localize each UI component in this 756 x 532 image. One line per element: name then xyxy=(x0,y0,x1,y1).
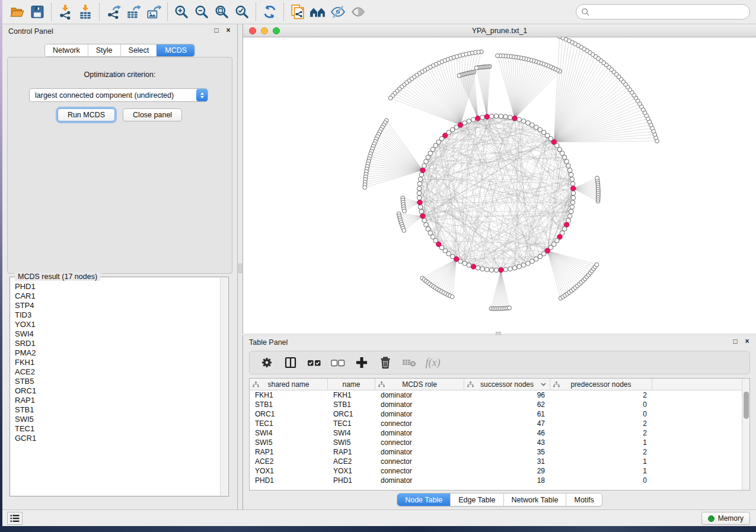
close-panel-icon[interactable]: × xyxy=(743,337,751,345)
table-cell: dominator xyxy=(375,476,464,485)
mcds-result-item[interactable]: SRD1 xyxy=(15,339,220,348)
add-column-icon[interactable] xyxy=(353,354,371,371)
control-panel-tabstrip: NetworkStyleSelectMCDS xyxy=(44,44,195,57)
memory-button[interactable]: Memory xyxy=(701,512,750,525)
tab-select[interactable]: Select xyxy=(120,44,157,56)
export-network-icon[interactable] xyxy=(103,2,123,22)
table-cell: 46 xyxy=(464,428,550,438)
tab-edge-table[interactable]: Edge Table xyxy=(450,493,503,506)
save-session-icon[interactable] xyxy=(27,2,47,22)
select-all-icon[interactable] xyxy=(305,354,323,371)
mcds-result-item[interactable]: PMA2 xyxy=(15,348,220,358)
mcds-result-scrollbar[interactable] xyxy=(220,278,228,495)
table-row[interactable]: PHD1PHD1dominator180 xyxy=(250,476,742,485)
main-toolbar xyxy=(2,0,756,24)
new-network-from-selection-icon[interactable] xyxy=(288,2,308,22)
export-image-icon[interactable] xyxy=(143,2,164,22)
table-cell: 43 xyxy=(464,438,550,447)
column-header-successor-nodes[interactable]: successor nodes xyxy=(464,379,550,390)
table-cell: 47 xyxy=(464,419,550,428)
zoom-selected-icon[interactable] xyxy=(232,2,252,22)
tab-mcds[interactable]: MCDS xyxy=(157,44,194,56)
network-window-title: YPA_prune.txt_1 xyxy=(243,27,756,35)
mcds-result-item[interactable]: STB5 xyxy=(15,377,220,386)
table-panel-title: Table Panel xyxy=(249,338,288,347)
mcds-result-item[interactable]: TEC1 xyxy=(15,424,220,434)
zoom-in-icon[interactable] xyxy=(171,2,192,22)
first-neighbors-icon[interactable] xyxy=(308,2,328,22)
refresh-icon[interactable] xyxy=(260,2,280,22)
export-table-icon[interactable] xyxy=(123,2,143,22)
divider-handle[interactable] xyxy=(238,264,242,273)
delete-column-icon[interactable] xyxy=(377,354,394,371)
import-network-icon[interactable] xyxy=(55,2,75,22)
tab-motifs[interactable]: Motifs xyxy=(566,493,601,506)
network-canvas[interactable] xyxy=(243,37,756,334)
network-window-titlebar[interactable]: YPA_prune.txt_1 xyxy=(243,24,756,37)
hide-selected-icon[interactable] xyxy=(328,2,348,22)
mcds-result-item[interactable]: ACE2 xyxy=(15,367,220,377)
mcds-result-item[interactable]: FKH1 xyxy=(15,358,220,367)
search-box[interactable] xyxy=(576,4,750,20)
mcds-result-item[interactable]: SWI4 xyxy=(15,329,220,339)
table-scrollbar[interactable] xyxy=(742,379,749,490)
table-row[interactable]: FKH1FKH1dominator962 xyxy=(250,390,742,400)
mcds-result-item[interactable]: PHD1 xyxy=(15,282,220,291)
zoom-out-icon[interactable] xyxy=(192,2,212,22)
table-row[interactable]: ORC1ORC1dominator610 xyxy=(250,409,742,419)
table-row[interactable]: SWI5SWI5connector431 xyxy=(250,438,742,447)
mcds-result-item[interactable]: SWI5 xyxy=(15,415,220,424)
run-mcds-button[interactable]: Run MCDS xyxy=(58,108,115,121)
optimization-criterion-select[interactable]: largest connected component (undirected) xyxy=(29,88,208,102)
table-row[interactable]: SWI4SWI4dominator462 xyxy=(250,428,742,438)
table-row[interactable]: RAP1RAP1dominator352 xyxy=(250,447,742,457)
column-header-shared-name[interactable]: shared name xyxy=(250,379,328,390)
tab-style[interactable]: Style xyxy=(88,44,120,56)
mcds-result-item[interactable]: YOX1 xyxy=(15,320,220,329)
delete-table-icon[interactable] xyxy=(400,354,418,371)
gear-icon[interactable] xyxy=(258,354,276,371)
float-panel-icon[interactable]: □ xyxy=(212,26,221,34)
table-cell: dominator xyxy=(375,400,464,409)
column-split-icon[interactable] xyxy=(282,354,299,371)
mcds-tab-content: Optimization criterion: largest connecte… xyxy=(7,57,232,274)
mcds-result-item[interactable]: STB1 xyxy=(15,405,220,415)
table-row[interactable]: ACE2ACE2connector311 xyxy=(250,457,742,466)
column-header-MCDS-role[interactable]: MCDS role xyxy=(375,379,464,390)
mcds-result-item[interactable]: TID3 xyxy=(15,310,220,320)
close-panel-button[interactable]: Close panel xyxy=(123,108,182,121)
column-header-predecessor-nodes[interactable]: predecessor nodes xyxy=(550,379,652,390)
scrollbar-thumb[interactable] xyxy=(744,392,749,419)
table-cell: STB1 xyxy=(250,400,328,409)
float-panel-icon[interactable]: □ xyxy=(731,337,739,345)
zoom-fit-icon[interactable] xyxy=(212,2,232,22)
table-cell: 62 xyxy=(464,400,550,409)
tab-network[interactable]: Network xyxy=(45,44,88,56)
table-row[interactable]: YOX1YOX1connector291 xyxy=(250,466,742,476)
vertical-split-divider[interactable] xyxy=(238,24,243,509)
open-file-icon[interactable] xyxy=(7,2,27,22)
tab-node-table[interactable]: Node Table xyxy=(397,493,450,506)
show-all-icon[interactable] xyxy=(348,2,368,22)
deselect-all-icon[interactable] xyxy=(329,354,347,371)
table-tabs: Node TableEdge TableNetwork TableMotifs xyxy=(243,493,756,507)
table-cell: dominator xyxy=(375,428,464,438)
import-table-icon[interactable] xyxy=(75,2,95,22)
mcds-result-item[interactable]: STP4 xyxy=(15,301,220,310)
table-cell: PHD1 xyxy=(250,476,328,485)
tab-network-table[interactable]: Network Table xyxy=(503,493,566,506)
mcds-result-item[interactable]: CAR1 xyxy=(15,291,220,301)
table-cell: dominator xyxy=(375,447,464,457)
mcds-result-item[interactable]: ORC1 xyxy=(15,386,220,396)
search-input[interactable] xyxy=(590,6,745,18)
show-panels-menu-icon[interactable] xyxy=(7,512,23,525)
column-header-name[interactable]: name xyxy=(328,379,375,390)
table-cell: ORC1 xyxy=(328,409,375,419)
toolbar-separator xyxy=(167,3,168,21)
close-panel-icon[interactable]: × xyxy=(224,26,232,34)
table-row[interactable]: STB1STB1dominator620 xyxy=(250,400,742,409)
mcds-result-item[interactable]: RAP1 xyxy=(15,396,220,405)
table-row[interactable]: TEC1TEC1connector472 xyxy=(250,419,742,428)
optimization-criterion-label: Optimization criterion: xyxy=(8,70,232,79)
mcds-result-item[interactable]: GCR1 xyxy=(15,434,220,443)
